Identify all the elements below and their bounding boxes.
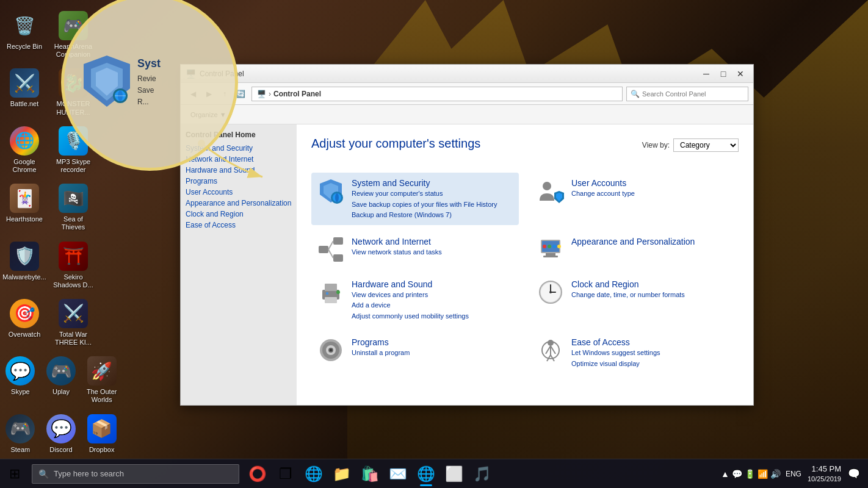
desktop-icon-skype[interactable]: 💬 Skype [0,351,41,409]
time-block[interactable]: 1:45 PM 10/25/2019 [808,464,841,484]
address-input[interactable]: 🖥️ › Control Panel [251,87,623,101]
tray-network-icon[interactable]: 📶 [758,469,768,479]
category-clock-region[interactable]: Clock and Region Change date, time, or n… [531,274,739,326]
mail-icon: ✉️ [389,465,407,483]
sidebar-link-ease[interactable]: Ease of Access [186,220,292,231]
ease-of-access-link-2[interactable]: Optimize visual display [571,359,732,369]
close-button[interactable]: ✕ [732,68,748,80]
minimize-button[interactable]: ─ [698,68,714,80]
taskbar-mail[interactable]: ✉️ [385,461,411,487]
task-view-icon: ❐ [279,465,292,483]
ease-of-access-link-1[interactable]: Let Windows suggest settings [571,348,732,358]
taskbar-edge[interactable]: 🌐 [300,461,327,487]
category-appearance[interactable]: Appearance and Personalization [531,231,739,268]
maximize-button[interactable]: □ [715,68,731,80]
desktop-icon-malwarebytes[interactable]: 🛡️ Malwarebyte... [0,237,49,294]
appearance-info: Appearance and Personalization [571,236,732,247]
cortana-icon: ⭕ [248,465,267,483]
desktop-icon-recycle-bin[interactable]: 🗑️ Recycle Bin [0,6,49,63]
tray-battery-icon[interactable]: 🔋 [745,469,755,479]
desktop-icon-hearthstone[interactable]: 🃏 Hearthstone [0,179,49,236]
cp-toolbar: Organize ▼ [181,105,753,124]
taskbar-tablet[interactable]: ⬜ [441,461,468,487]
desktop-icon-dropbox[interactable]: 📦 Dropbox [81,409,122,459]
svg-line-48 [551,346,555,354]
programs-link-1[interactable]: Uninstall a program [352,348,513,358]
taskbar-explorer[interactable]: 📁 [328,461,355,487]
hardware-sound-links: View devices and printers Add a device A… [352,290,513,321]
taskbar-right: ▲ 💬 🔋 📶 🔊 ENG 1:45 PM 10/25/2019 🗨️ [721,459,868,489]
misc-icon: 🎵 [473,465,491,483]
system-security-link-1[interactable]: Review your computer's status [352,188,513,199]
network-internet-title[interactable]: Network and Internet [352,237,431,246]
taskbar-store[interactable]: 🛍️ [356,461,383,487]
desktop-icon-overwatch[interactable]: 🎯 Overwatch [0,294,49,351]
taskbar-chrome-active[interactable]: 🌐 [413,461,439,487]
network-internet-link-1[interactable]: View network status and tasks [352,247,513,257]
tray-chat-icon[interactable]: 💬 [732,469,742,479]
start-button[interactable]: ⊞ [0,459,29,489]
taskbar-cortana[interactable]: ⭕ [244,461,271,487]
svg-point-34 [336,290,340,294]
tablet-icon: ⬜ [445,465,463,483]
desktop-icon-sea-of-thieves[interactable]: 🏴‍☠️ Sea of Thieves [49,179,98,236]
ease-of-access-title[interactable]: Ease of Access [571,337,630,347]
taskbar-misc[interactable]: 🎵 [469,461,496,487]
category-hardware-sound[interactable]: Hardware and Sound View devices and prin… [311,274,519,326]
skype-label: Skype [11,388,30,396]
view-by-select[interactable]: Category Large icons Small icons [673,138,739,152]
system-security-link-2[interactable]: Save backup copies of your files with Fi… [352,199,513,210]
hardware-sound-link-1[interactable]: View devices and printers [352,290,513,300]
appearance-title[interactable]: Appearance and Personalization [571,237,695,246]
desktop-icon-total-war[interactable]: ⚔️ Total War THREE KI... [49,294,98,351]
search-box[interactable]: 🔍 [626,87,748,101]
user-accounts-icon [537,178,564,204]
desktop-icon-outer-worlds[interactable]: 🚀 The Outer Worlds [81,351,122,409]
system-security-link-3[interactable]: Backup and Restore (Windows 7) [352,210,513,220]
sea-of-thieves-label: Sea of Thieves [51,215,95,231]
taskbar-search-bar[interactable]: 🔍 Type here to search [32,464,239,484]
desktop-icon-uplay[interactable]: 🎮 Uplay [41,351,82,409]
search-input[interactable] [642,90,744,98]
category-programs[interactable]: Programs Uninstall a program [311,332,519,373]
tray-volume-icon[interactable]: 🔊 [770,469,781,479]
desktop-icon-chrome[interactable]: 🌐 Google Chrome [0,121,49,179]
category-network-internet[interactable]: Network and Internet View network status… [311,231,519,268]
explorer-icon: 📁 [333,465,351,483]
hardware-sound-title[interactable]: Hardware and Sound [352,279,432,289]
notification-button[interactable]: 🗨️ [845,459,863,489]
desktop-icon-steam[interactable]: 🎮 Steam [0,409,41,459]
desktop-icon-sekiro[interactable]: ⛩️ Sekiro Shadows D... [49,237,98,294]
clock-region-links: Change date, time, or number formats [571,290,732,300]
clock-region-info: Clock and Region Change date, time, or n… [571,279,732,300]
programs-title[interactable]: Programs [352,337,389,347]
sidebar-link-user[interactable]: User Accounts [186,187,292,198]
breadcrumb-separator: › [269,90,271,98]
sidebar-link-clock[interactable]: Clock and Region [186,209,292,220]
steam-icon: 🎮 [5,414,35,443]
page-title: Adjust your computer's settings [311,137,480,151]
user-accounts-title[interactable]: User Accounts [571,178,626,188]
desktop-icon-discord[interactable]: 💬 Discord [41,409,82,459]
clock-region-title[interactable]: Clock and Region [571,279,639,289]
category-system-security[interactable]: System and Security Review your computer… [311,173,519,225]
system-tray: ▲ 💬 🔋 📶 🔊 ENG [721,469,804,479]
malwarebytes-icon: 🛡️ [10,242,39,271]
taskbar-task-view[interactable]: ❐ [272,461,299,487]
sidebar-link-appearance[interactable]: Appearance and Personalization [186,198,292,209]
clock-region-link-1[interactable]: Change date, time, or number formats [571,290,732,300]
tray-lang[interactable]: ENG [783,470,804,478]
category-ease-of-access[interactable]: Ease of Access Let Windows suggest setti… [531,332,739,373]
user-accounts-link-1[interactable]: Change account type [571,188,732,199]
sekiro-label: Sekiro Shadows D... [51,273,95,289]
network-internet-info: Network and Internet View network status… [352,236,513,257]
zoom-subtitle: RevieSaveR... [137,73,229,109]
svg-rect-33 [326,292,328,295]
hardware-sound-link-3[interactable]: Adjust commonly used mobility settings [352,311,513,321]
hardware-sound-link-2[interactable]: Add a device [352,300,513,310]
system-security-title[interactable]: System and Security [352,178,430,188]
desktop-icon-battlenet[interactable]: ⚔️ Battle.net [0,63,49,121]
tray-chevron-icon[interactable]: ▲ [721,469,729,479]
breadcrumb: 🖥️ › Control Panel [257,90,321,98]
category-user-accounts[interactable]: User Accounts Change account type [531,173,739,225]
